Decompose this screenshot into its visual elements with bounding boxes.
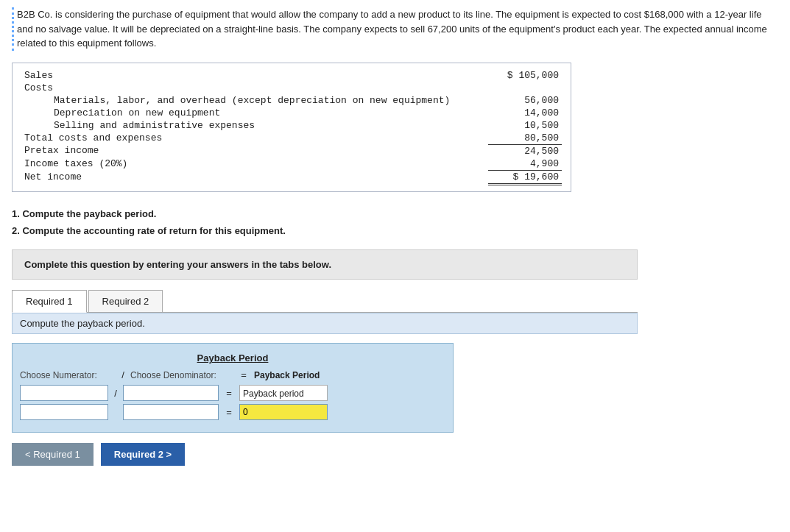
complete-box: Complete this question by entering your … bbox=[12, 249, 638, 280]
income-label: Sales bbox=[21, 69, 488, 82]
payback-data-row-1: / = Payback period bbox=[20, 385, 445, 401]
income-label: Income taxes (20%) bbox=[21, 157, 488, 171]
intro-paragraph: B2B Co. is considering the purchase of e… bbox=[12, 7, 778, 51]
eq-row1: = bbox=[219, 388, 239, 399]
section-header: Compute the payback period. bbox=[12, 313, 638, 334]
payback-title: Payback Period bbox=[20, 352, 445, 363]
income-label: Costs bbox=[21, 82, 488, 94]
payback-section: Payback Period Choose Numerator: / Choos… bbox=[12, 343, 454, 433]
income-amount: 24,500 bbox=[488, 144, 562, 157]
tab-required-1[interactable]: Required 1 bbox=[12, 290, 87, 313]
instruction-2: 2. Compute the accounting rate of return… bbox=[12, 225, 286, 236]
slash-header: / bbox=[116, 369, 130, 380]
income-label: Total costs and expenses bbox=[21, 132, 488, 145]
income-amount: 80,500 bbox=[488, 132, 562, 145]
complete-box-text: Complete this question by entering your … bbox=[24, 259, 331, 270]
result-input-2[interactable] bbox=[239, 404, 328, 420]
income-label: Materials, labor, and overhead (except d… bbox=[21, 94, 488, 107]
income-statement: Sales$ 105,000CostsMaterials, labor, and… bbox=[12, 63, 571, 192]
income-amount: 56,000 bbox=[488, 94, 562, 107]
result-value-1: Payback period bbox=[239, 385, 328, 401]
eq-row2: = bbox=[219, 407, 239, 418]
btn-required-2[interactable]: Required 2 > bbox=[101, 443, 185, 466]
income-amount: $ 19,600 bbox=[488, 170, 562, 184]
payback-header-row: Choose Numerator: / Choose Denominator: … bbox=[20, 369, 445, 380]
income-amount: $ 105,000 bbox=[488, 69, 562, 82]
income-amount: 4,900 bbox=[488, 157, 562, 171]
slash-row1: / bbox=[108, 388, 123, 399]
result-header-label: Payback Period bbox=[254, 370, 350, 380]
income-amount: 14,000 bbox=[488, 107, 562, 119]
nav-buttons: < Required 1 Required 2 > bbox=[12, 443, 778, 466]
income-amount: 10,500 bbox=[488, 119, 562, 132]
numerator-label: Choose Numerator: bbox=[20, 370, 116, 380]
instruction-1: 1. Compute the payback period. bbox=[12, 208, 157, 219]
income-label: Net income bbox=[21, 170, 488, 184]
numerator-input-2[interactable] bbox=[20, 404, 108, 420]
denominator-input-2[interactable] bbox=[123, 404, 219, 420]
eq-header: = bbox=[233, 369, 254, 380]
payback-data-row-2: = bbox=[20, 404, 445, 420]
income-label: Depreciation on new equipment bbox=[21, 107, 488, 119]
section-header-text: Compute the payback period. bbox=[20, 318, 145, 329]
income-amount bbox=[488, 82, 562, 94]
denominator-label: Choose Denominator: bbox=[130, 370, 233, 380]
tab-required-2[interactable]: Required 2 bbox=[88, 290, 163, 312]
instructions: 1. Compute the payback period. 2. Comput… bbox=[12, 205, 778, 240]
income-label: Selling and administrative expenses bbox=[21, 119, 488, 132]
tabs-row: Required 1 Required 2 bbox=[12, 290, 638, 313]
btn-required-1[interactable]: < Required 1 bbox=[12, 443, 94, 466]
income-label: Pretax income bbox=[21, 144, 488, 157]
denominator-input-1[interactable] bbox=[123, 385, 219, 401]
numerator-input-1[interactable] bbox=[20, 385, 108, 401]
